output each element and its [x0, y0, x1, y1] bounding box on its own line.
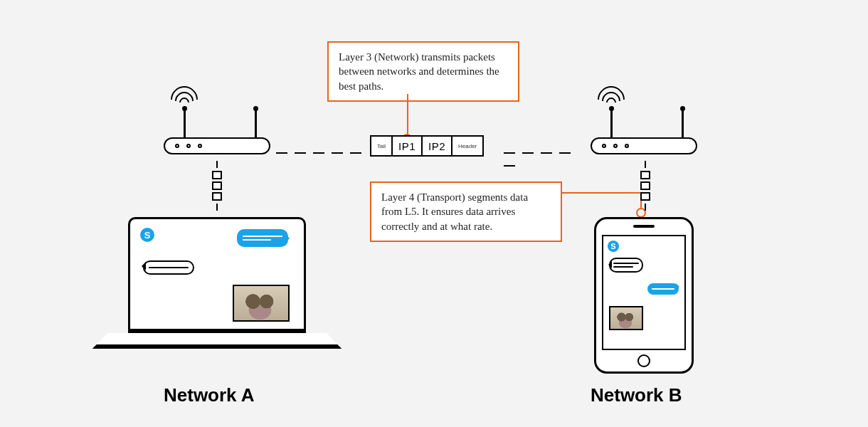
segment-square: [640, 171, 650, 179]
vlink-a: [211, 158, 223, 214]
laptop-device: S: [92, 217, 342, 349]
pointer-line-l4-h: [562, 192, 640, 194]
phone-device: S: [594, 217, 694, 374]
packet-header: Header: [452, 137, 482, 155]
callout-layer4: Layer 4 (Transport) segments data from L…: [370, 181, 562, 242]
laptop-screen: S: [128, 217, 306, 331]
phone-speaker: [633, 225, 655, 228]
skype-icon: S: [140, 228, 154, 242]
segment-square: [640, 192, 650, 201]
callout-layer4-text: Layer 4 (Transport) segments data from L…: [381, 191, 528, 232]
packet-ip1: IP1: [393, 137, 423, 155]
chat-bubble-blue: [647, 283, 679, 295]
chat-photo: [609, 306, 643, 330]
router-a: [164, 137, 270, 154]
phone-home-button: [637, 354, 650, 367]
label-network-a: Network A: [164, 384, 255, 406]
callout-layer3: Layer 3 (Network) transmits packets betw…: [327, 41, 519, 102]
router-b: [591, 137, 697, 154]
chat-photo: [233, 285, 290, 322]
callout-layer3-text: Layer 3 (Network) transmits packets betw…: [339, 51, 499, 92]
phone-screen: S: [602, 235, 686, 350]
skype-icon: S: [608, 241, 619, 252]
skype-glyph: S: [144, 230, 151, 241]
skype-glyph: S: [610, 242, 615, 251]
osi-diagram: Layer 3 (Network) transmits packets betw…: [0, 0, 868, 427]
laptop-base: [92, 333, 342, 349]
label-network-b: Network B: [591, 384, 682, 406]
link-dashed-left: [276, 144, 369, 145]
vlink-b: [639, 158, 652, 214]
segment-square: [212, 171, 222, 179]
link-dashed-right: [504, 144, 589, 145]
segment-square: [640, 181, 650, 190]
packet-ip2: IP2: [423, 137, 452, 155]
segment-square: [212, 181, 222, 190]
chat-bubble-white: [143, 260, 194, 275]
pointer-line-l3: [407, 94, 408, 135]
segment-square: [212, 192, 222, 201]
packet-tail: Tail: [371, 137, 393, 155]
chat-bubble-white: [609, 258, 643, 273]
chat-bubble-blue: [237, 229, 288, 247]
packet-ip: Tail IP1 IP2 Header: [370, 135, 484, 157]
